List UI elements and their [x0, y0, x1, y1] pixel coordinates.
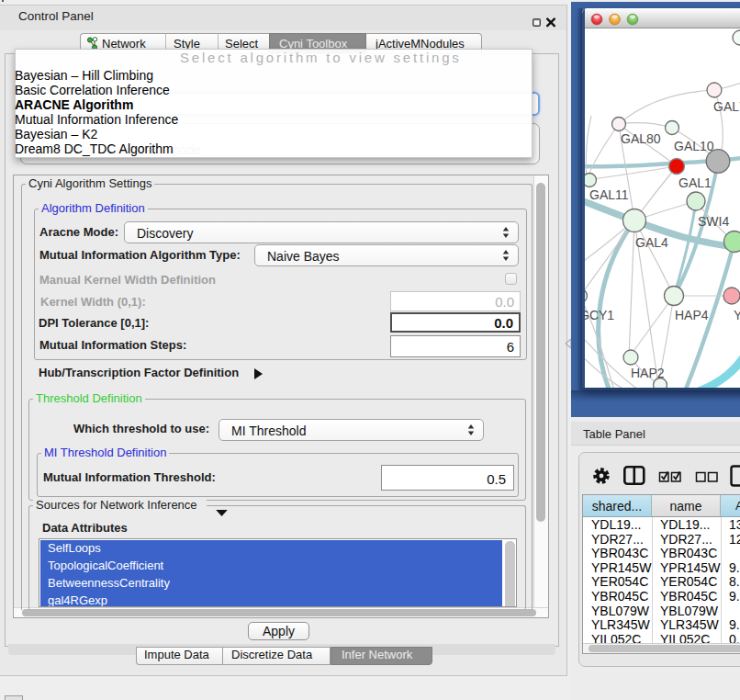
svg-text:SWI4: SWI4: [698, 214, 729, 229]
svg-text:YD: YD: [734, 308, 740, 322]
svg-text:GAL80: GAL80: [621, 131, 661, 146]
svg-text:GAL1: GAL1: [678, 175, 712, 190]
svg-text:GAL7: GAL7: [713, 99, 740, 114]
svg-text:GAL11: GAL11: [589, 187, 629, 202]
svg-text:GCY1: GCY1: [584, 308, 614, 322]
svg-text:GAL4: GAL4: [635, 235, 668, 250]
svg-text:HAP2: HAP2: [631, 366, 665, 380]
svg-text:HAP4: HAP4: [675, 308, 709, 322]
svg-text:GAL10: GAL10: [674, 139, 714, 153]
